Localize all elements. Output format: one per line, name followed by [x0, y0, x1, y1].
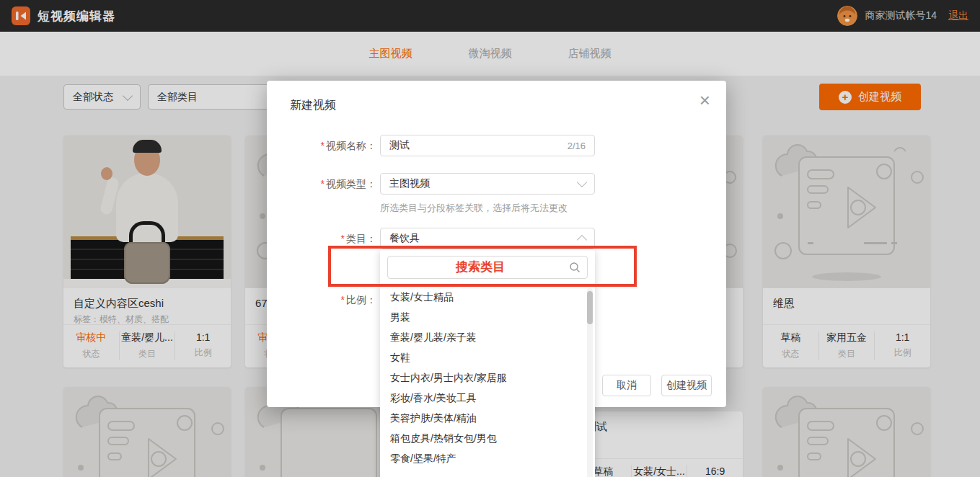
- required-asterisk: *: [341, 294, 345, 306]
- cancel-button[interactable]: 取消: [602, 375, 651, 396]
- category-option[interactable]: 女装/女士精品: [380, 287, 586, 307]
- category-option[interactable]: 零食/坚果/特产: [380, 448, 586, 468]
- chevron-up-icon: [577, 235, 587, 245]
- video-type-value: 主图视频: [389, 177, 430, 190]
- category-option[interactable]: 箱包皮具/热销女包/男包: [380, 428, 586, 448]
- category-option[interactable]: 女鞋: [380, 347, 586, 367]
- category-option[interactable]: 男装: [380, 307, 586, 327]
- category-label: *类目：: [296, 233, 376, 246]
- category-select[interactable]: 餐饮具: [380, 228, 595, 249]
- category-option[interactable]: 彩妆/香水/美妆工具: [380, 388, 586, 408]
- category-value: 餐饮具: [389, 232, 420, 245]
- char-counter: 2/16: [568, 141, 586, 151]
- required-asterisk: *: [321, 140, 325, 151]
- ratio-label: *比例：: [296, 294, 376, 307]
- video-name-input[interactable]: 测试 2/16: [380, 135, 595, 156]
- category-option[interactable]: 美容护肤/美体/精油: [380, 408, 586, 428]
- category-search-input[interactable]: [387, 256, 588, 279]
- category-option-list: 女装/女士精品 男装 童装/婴儿装/亲子装 女鞋 女士内衣/男士内衣/家居服 彩…: [380, 287, 586, 468]
- category-dropdown-panel: 女装/女士精品 男装 童装/婴儿装/亲子装 女鞋 女士内衣/男士内衣/家居服 彩…: [380, 249, 595, 477]
- category-option[interactable]: 童装/婴儿装/亲子装: [380, 327, 586, 347]
- create-video-submit-button[interactable]: 创建视频: [661, 375, 712, 396]
- type-hint-text: 所选类目与分段标签关联，选择后将无法更改: [380, 202, 568, 215]
- required-asterisk: *: [341, 233, 345, 244]
- search-icon: [569, 262, 581, 276]
- required-asterisk: *: [321, 178, 325, 190]
- scrollbar-track[interactable]: [587, 288, 593, 477]
- chevron-down-icon: [577, 177, 587, 187]
- video-name-value: 测试: [389, 139, 410, 152]
- scrollbar-thumb[interactable]: [587, 291, 593, 324]
- video-name-label: *视频名称：: [296, 140, 376, 153]
- category-option[interactable]: 女士内衣/男士内衣/家居服: [380, 367, 586, 388]
- video-type-select[interactable]: 主图视频: [380, 173, 595, 195]
- close-icon[interactable]: ×: [699, 91, 710, 110]
- video-type-label: *视频类型：: [296, 178, 376, 191]
- modal-title: 新建视频: [290, 98, 336, 113]
